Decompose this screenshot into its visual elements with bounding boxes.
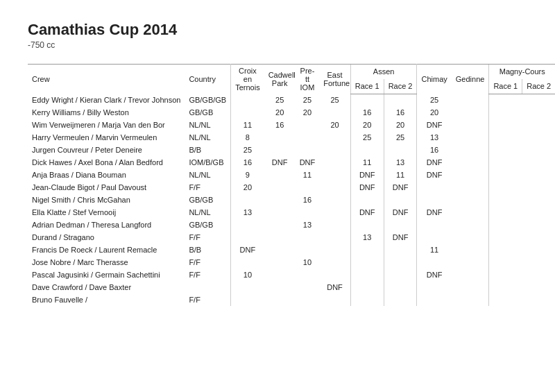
table-row: Pascal Jagusinki / Germain SachettiniF/F… <box>28 269 555 281</box>
table-row: Kerry Williams / Billy WestonGB/GB202016… <box>28 106 555 119</box>
table-row: Dave Crawford / Dave BaxterDNF0 <box>28 281 555 293</box>
gedinne-cell <box>452 256 489 269</box>
magny1-cell <box>489 94 522 106</box>
country-cell: NL/NL <box>185 131 230 144</box>
croix-cell <box>231 231 264 244</box>
table-row: Eddy Wright / Kieran Clark / Trevor John… <box>28 94 555 106</box>
assen1-cell: 13 <box>350 231 384 244</box>
cadwell-cell <box>264 219 296 231</box>
crew-cell: Jose Nobre / Marc Therasse <box>28 256 185 269</box>
east-cell <box>319 131 350 144</box>
pre-tt-cell <box>296 206 320 219</box>
country-cell: IOM/B/GB <box>185 156 230 169</box>
croix-cell <box>231 281 264 293</box>
page-subtitle: -750 cc <box>28 40 527 50</box>
assen2-cell: DNF <box>384 231 417 244</box>
magny2-cell <box>522 244 555 256</box>
crew-cell: Ella Klatte / Stef Vernooij <box>28 206 185 219</box>
crew-cell: Wim Verweijmeren / Marja Van den Bor <box>28 119 185 131</box>
pre-tt-cell <box>296 181 320 194</box>
east-cell <box>319 194 350 206</box>
chimay-cell: 13 <box>417 131 452 144</box>
croix-cell: 13 <box>231 206 264 219</box>
gedinne-cell <box>452 181 489 194</box>
assen2-cell <box>384 244 417 256</box>
cadwell-cell <box>264 181 296 194</box>
crew-cell: Anja Braas / Diana Bouman <box>28 169 185 181</box>
crew-header: Crew <box>28 65 185 94</box>
magny1-cell <box>489 181 522 194</box>
table-row: Wim Verweijmeren / Marja Van den BorNL/N… <box>28 119 555 131</box>
country-cell <box>185 281 230 293</box>
magny1-cell <box>489 293 522 306</box>
east-cell <box>319 269 350 281</box>
gedinne-cell <box>452 293 489 306</box>
assen2-cell: 25 <box>384 131 417 144</box>
chimay-cell: 11 <box>417 244 452 256</box>
assen1-cell <box>350 219 384 231</box>
chimay-cell: DNF <box>417 269 452 281</box>
pre-tt-cell <box>296 144 320 156</box>
chimay-cell: 25 <box>417 94 452 106</box>
east-cell <box>319 106 350 119</box>
east-cell <box>319 293 350 306</box>
east-cell <box>319 256 350 269</box>
magny2-cell <box>522 269 555 281</box>
table-row: Jean-Claude Bigot / Paul DavoustF/F20DNF… <box>28 181 555 194</box>
country-cell: F/F <box>185 181 230 194</box>
cadwell-cell: 25 <box>264 94 296 106</box>
table-row: Dick Hawes / Axel Bona / Alan BedfordIOM… <box>28 156 555 169</box>
crew-cell: Jean-Claude Bigot / Paul Davoust <box>28 181 185 194</box>
country-cell: F/F <box>185 293 230 306</box>
table-row: Jose Nobre / Marc TherasseF/F1010 <box>28 256 555 269</box>
croix-cell: DNF <box>231 244 264 256</box>
east-cell <box>319 231 350 244</box>
pre-tt-cell: 16 <box>296 194 320 206</box>
chimay-cell: DNF <box>417 169 452 181</box>
assen2-cell <box>384 194 417 206</box>
cadwell-cell <box>264 269 296 281</box>
pre-tt-cell <box>296 119 320 131</box>
magny1-cell <box>489 269 522 281</box>
assen1-cell <box>350 244 384 256</box>
crew-cell: Jurgen Couvreur / Peter Deneire <box>28 144 185 156</box>
magny2-cell <box>522 156 555 169</box>
croix-cell <box>231 94 264 106</box>
assen-header: Assen <box>350 65 417 79</box>
table-row: Anja Braas / Diana BoumanNL/NL911DNF11DN… <box>28 169 555 181</box>
chimay-cell <box>417 281 452 293</box>
chimay-cell: DNF <box>417 156 452 169</box>
east-cell: 25 <box>319 94 350 106</box>
pre-tt-cell <box>296 231 320 244</box>
cadwell-cell: 20 <box>264 106 296 119</box>
magny2-cell <box>522 281 555 293</box>
crew-cell: Francis De Roeck / Laurent Remacle <box>28 244 185 256</box>
magny1-cell <box>489 131 522 144</box>
cadwell-cell: DNF <box>264 156 296 169</box>
croix-cell: 8 <box>231 131 264 144</box>
assen-race1-header: Race 1 <box>350 79 384 94</box>
assen1-cell <box>350 144 384 156</box>
east-cell: DNF <box>319 281 350 293</box>
magny1-cell <box>489 231 522 244</box>
country-cell: NL/NL <box>185 169 230 181</box>
cadwell-cell <box>264 281 296 293</box>
cadwell-cell: 16 <box>264 119 296 131</box>
cadwell-cell <box>264 144 296 156</box>
gedinne-cell <box>452 169 489 181</box>
croix-header: Croix en Ternois <box>231 65 264 94</box>
page-title: Camathias Cup 2014 <box>28 21 527 39</box>
magny1-cell <box>489 156 522 169</box>
gedinne-cell <box>452 194 489 206</box>
gedinne-cell <box>452 94 489 106</box>
country-cell: GB/GB/GB <box>185 94 230 106</box>
cadwell-header: Cadwell Park <box>264 65 296 94</box>
assen2-cell: 11 <box>384 169 417 181</box>
chimay-cell <box>417 231 452 244</box>
assen2-cell <box>384 293 417 306</box>
magny2-cell <box>522 131 555 144</box>
cadwell-cell <box>264 194 296 206</box>
magny1-cell <box>489 206 522 219</box>
magny1-cell <box>489 281 522 293</box>
assen2-cell <box>384 144 417 156</box>
